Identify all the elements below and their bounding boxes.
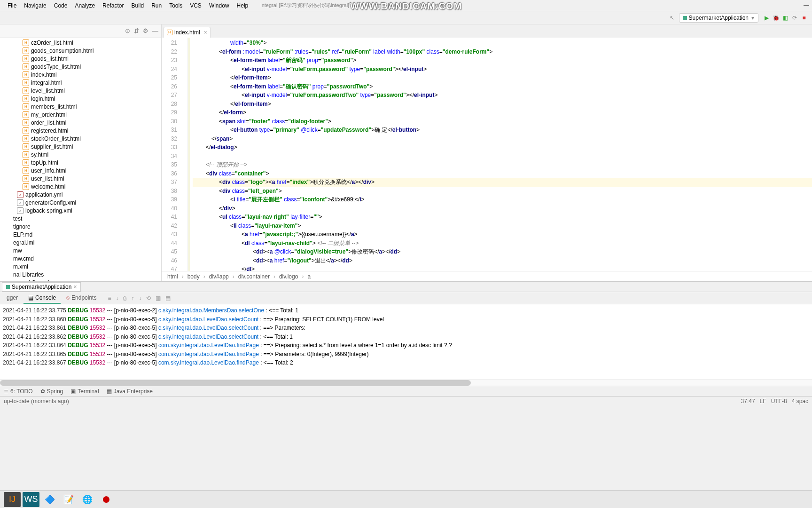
breadcrumb-item[interactable]: div#app: [208, 273, 230, 280]
spring-tab[interactable]: ✿ Spring: [40, 388, 63, 395]
code-line[interactable]: <div class="logo"><a href="index">积分兑换系统…: [193, 178, 812, 187]
code-line[interactable]: <li class="layui-nav-item">: [193, 222, 812, 230]
breadcrumb-item[interactable]: body: [187, 273, 201, 280]
code-line[interactable]: <ul class="layui-nav right" lay-filter="…: [193, 213, 812, 222]
clear-all-icon[interactable]: ⟲: [146, 295, 151, 302]
notepad-taskbar-icon[interactable]: 📝: [60, 492, 77, 507]
tree-file[interactable]: Horder_list.html: [13, 119, 161, 127]
console-horizontal-scrollbar[interactable]: [0, 379, 812, 386]
menu-help[interactable]: Help: [233, 2, 252, 9]
code-line[interactable]: <span slot="footer" class="dialog-footer…: [193, 117, 812, 126]
code-line[interactable]: <el-button type="primary" @click="update…: [193, 126, 812, 135]
tree-node[interactable]: es and Consoles: [13, 278, 161, 281]
code-line[interactable]: </div>: [193, 204, 812, 213]
coverage-button[interactable]: ◧: [782, 15, 789, 21]
tree-file[interactable]: Hlevel_list.html: [13, 87, 161, 95]
code-line[interactable]: </el-form-item>: [193, 73, 812, 82]
tree-node[interactable]: egral.iml: [13, 238, 161, 246]
tree-node[interactable]: mw.cmd: [13, 254, 161, 262]
settings-gear-icon[interactable]: ⚙: [143, 27, 148, 34]
file-encoding[interactable]: UTF-8: [771, 398, 787, 405]
close-icon[interactable]: ×: [73, 284, 77, 290]
up-stack-icon[interactable]: ↑: [131, 295, 134, 302]
build-hammer-icon[interactable]: ↖: [670, 15, 674, 21]
breadcrumb-item[interactable]: div.logo: [278, 273, 299, 280]
java-enterprise-tab[interactable]: ▦ Java Enterprise: [107, 388, 153, 395]
code-line[interactable]: <a href="javascript:;">{{user.username}}…: [193, 230, 812, 239]
console-tab[interactable]: ▤ Console: [23, 293, 61, 304]
tree-file[interactable]: Hindex.html: [13, 71, 161, 79]
tree-file[interactable]: HstockOrder_list.html: [13, 135, 161, 143]
tree-file[interactable]: Huser_list.html: [13, 175, 161, 183]
tree-node[interactable]: tignore: [13, 222, 161, 230]
tree-node[interactable]: mw: [13, 246, 161, 254]
tree-file[interactable]: xapplication.yml: [13, 190, 161, 198]
console-output[interactable]: 2021-04-21 16:22:33.775 DEBUG 15532 --- …: [0, 304, 812, 379]
run-tab-supermarket[interactable]: SupermarketApplication ×: [2, 282, 81, 292]
tree-node[interactable]: m.xml: [13, 262, 161, 270]
code-line[interactable]: <el-input v-model="ruleForm.password" ty…: [193, 65, 812, 74]
filter-icon[interactable]: ▥: [156, 295, 161, 302]
code-line[interactable]: </dl>: [193, 265, 812, 271]
menu-analyze[interactable]: Analyze: [71, 2, 99, 9]
code-line[interactable]: <div class="left_open">: [193, 187, 812, 196]
profile-button[interactable]: ⟳: [791, 15, 798, 21]
code-line[interactable]: <el-form-item label="新密码" prop="password…: [193, 56, 812, 65]
settings-icon[interactable]: ▤: [165, 295, 171, 302]
menu-build[interactable]: Build: [127, 2, 148, 9]
debugger-tab[interactable]: gger: [2, 293, 23, 304]
structure-breadcrumb[interactable]: html›body›div#app›div.container›div.logo…: [162, 271, 812, 281]
indent-info[interactable]: 4 spac: [792, 398, 808, 405]
tree-node[interactable]: test: [13, 214, 161, 222]
bandicam-record-icon[interactable]: [98, 492, 115, 507]
menu-navigate[interactable]: Navigate: [20, 2, 50, 9]
tree-file[interactable]: Hintegral.html: [13, 79, 161, 87]
code-line[interactable]: <div class="container">: [193, 169, 812, 178]
endpoints-tab[interactable]: ⎋ Endpoints: [62, 293, 101, 304]
code-line[interactable]: </el-form>: [193, 108, 812, 117]
line-separator[interactable]: LF: [760, 398, 766, 405]
down-stack-icon[interactable]: ↓: [139, 295, 141, 302]
chrome-taskbar-icon[interactable]: 🌐: [79, 492, 96, 507]
menu-refactor[interactable]: Refactor: [99, 2, 127, 9]
tree-file[interactable]: HtopUp.html: [13, 159, 161, 167]
breadcrumb-item[interactable]: html: [166, 273, 179, 280]
scrollbar-thumb[interactable]: [0, 380, 471, 386]
scroll-from-source-icon[interactable]: ⊙: [125, 27, 130, 34]
tree-file[interactable]: Hmembers_list.html: [13, 103, 161, 111]
tree-file[interactable]: Hregistered.html: [13, 127, 161, 135]
code-line[interactable]: <el-form :model="ruleForm" :rules="rules…: [193, 48, 812, 56]
soft-wrap-icon[interactable]: ≡: [108, 295, 111, 302]
run-button[interactable]: ▶: [763, 15, 770, 21]
menu-code[interactable]: Code: [50, 2, 71, 9]
tree-file[interactable]: xgeneratorConfig.xml: [13, 198, 161, 206]
expand-all-icon[interactable]: ⇵: [134, 27, 139, 34]
tree-file[interactable]: Hwelcome.html: [13, 183, 161, 190]
tree-file[interactable]: Hgoods_consumption.html: [13, 47, 161, 55]
run-configuration-dropdown[interactable]: SupermarketApplication ▾: [679, 13, 758, 23]
terminal-tab[interactable]: ▣ Terminal: [70, 388, 99, 395]
tree-file[interactable]: Hgoods_list.html: [13, 55, 161, 63]
tree-file[interactable]: HgoodsType_list.html: [13, 63, 161, 71]
tree-file[interactable]: Hmy_order.html: [13, 111, 161, 119]
hide-icon[interactable]: —: [152, 27, 158, 34]
code-line[interactable]: <dl class="layui-nav-child"> <!-- 二级菜单 -…: [193, 239, 812, 248]
tree-file[interactable]: Hsupplier_list.html: [13, 143, 161, 151]
tree-file[interactable]: Hlogin.html: [13, 95, 161, 103]
code-line[interactable]: <dd><a href="/logout">退出</a></dd>: [193, 256, 812, 265]
minimize-button[interactable]: —: [804, 2, 809, 8]
code-line[interactable]: width="30%">: [193, 39, 812, 48]
project-tree[interactable]: HczOrder_list.htmlHgoods_consumption.htm…: [0, 38, 161, 281]
code-line[interactable]: [193, 152, 812, 161]
breadcrumb-item[interactable]: a: [306, 273, 312, 280]
breadcrumb-item[interactable]: div.container: [237, 273, 271, 280]
webstorm-taskbar-icon[interactable]: WS: [23, 492, 39, 507]
tree-file[interactable]: Huser_info.html: [13, 167, 161, 175]
app-taskbar-icon[interactable]: 🔷: [41, 492, 58, 507]
code-editor[interactable]: width="30%"><el-form :model="ruleForm" :…: [188, 38, 812, 271]
tree-file[interactable]: HczOrder_list.html: [13, 39, 161, 47]
tree-node[interactable]: nal Libraries: [13, 270, 161, 278]
code-line[interactable]: </el-dialog>: [193, 143, 812, 152]
debug-button[interactable]: 🐞: [773, 15, 779, 21]
code-line[interactable]: <i title="展开左侧栏" class="iconfont">&#xe69…: [193, 195, 812, 204]
